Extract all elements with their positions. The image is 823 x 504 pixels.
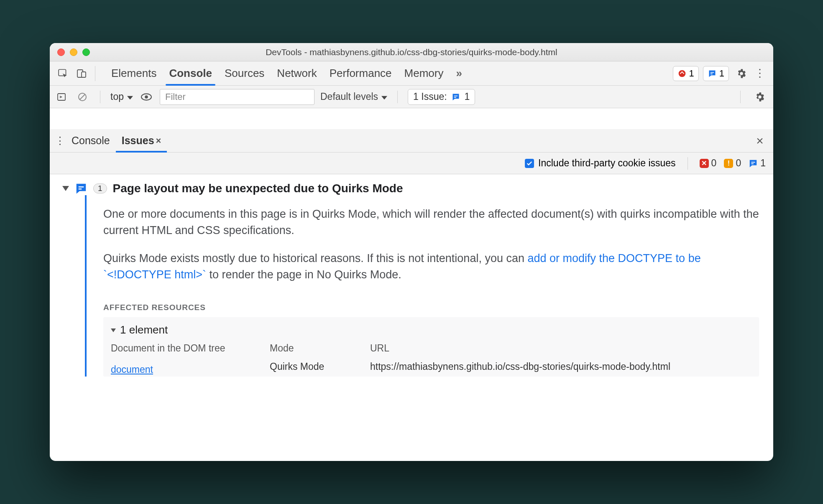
chevron-down-icon — [127, 91, 133, 102]
issue-pill-count: 1 — [465, 91, 470, 102]
svg-rect-18 — [79, 188, 82, 190]
settings-icon[interactable] — [732, 64, 751, 83]
drawer-more-icon[interactable]: ⋮ — [54, 132, 66, 150]
svg-rect-16 — [751, 163, 754, 164]
col-url-header: URL — [370, 342, 751, 355]
elements-group-label: 1 element — [120, 322, 168, 338]
improvements-counter[interactable]: 1 — [749, 158, 766, 169]
chevron-down-icon — [381, 91, 387, 102]
drawer-tab-console[interactable]: Console — [66, 129, 116, 152]
issue-paragraph: One or more documents in this page is in… — [103, 206, 759, 239]
third-party-cookies-label: Include third-party cookie issues — [538, 158, 676, 169]
drawer-header: ⋮ Console Issues × × — [50, 129, 773, 153]
document-link[interactable]: document — [111, 355, 266, 377]
svg-rect-2 — [82, 72, 86, 77]
log-levels-label: Default levels — [320, 91, 378, 102]
svg-point-12 — [145, 95, 148, 99]
issue-icon — [708, 69, 717, 78]
titlebar: DevTools - mathiasbynens.github.io/css-d… — [50, 43, 773, 61]
issue-icon — [451, 92, 460, 102]
svg-rect-17 — [79, 186, 84, 188]
clear-console-icon[interactable] — [75, 88, 90, 106]
col-document-header: Document in the DOM tree — [111, 342, 266, 355]
svg-rect-6 — [711, 72, 714, 73]
col-mode-header: Mode — [270, 342, 366, 355]
live-expression-icon[interactable] — [139, 88, 154, 106]
info-issue-icon — [749, 159, 758, 168]
tab-memory[interactable]: Memory — [404, 61, 444, 85]
issue-label: 1 Issue: — [413, 91, 447, 102]
svg-rect-13 — [454, 95, 457, 96]
svg-rect-15 — [751, 162, 755, 163]
page-errors-counter[interactable]: ✕ 0 — [700, 158, 717, 169]
inspect-element-icon[interactable] — [54, 64, 72, 83]
main-toolbar: Elements Console Sources Network Perform… — [50, 61, 773, 86]
svg-line-10 — [80, 94, 85, 99]
panel-tabs: Elements Console Sources Network Perform… — [111, 61, 462, 85]
checkbox-icon — [525, 159, 534, 168]
issues-toolbar: Include third-party cookie issues ✕ 0 ! … — [50, 153, 773, 174]
svg-rect-14 — [454, 97, 456, 98]
context-selector-value: top — [110, 91, 124, 102]
console-sidebar-icon[interactable] — [54, 88, 69, 106]
expand-caret-icon — [62, 186, 69, 191]
affected-resources-box: 1 element Document in the DOM tree Mode … — [103, 317, 759, 377]
error-count: 1 — [689, 68, 694, 79]
window-title: DevTools - mathiasbynens.github.io/css-d… — [50, 47, 773, 57]
issue-pill[interactable]: 1 Issue: 1 — [408, 89, 475, 105]
issues-panel: 1 Page layout may be unexpected due to Q… — [50, 174, 773, 461]
filter-input[interactable]: Filter — [160, 89, 314, 105]
issue-counter[interactable]: 1 — [703, 66, 729, 81]
error-counter[interactable]: 1 — [673, 66, 699, 81]
tab-network[interactable]: Network — [277, 61, 317, 85]
tab-console[interactable]: Console — [169, 61, 212, 85]
tab-sources[interactable]: Sources — [225, 61, 264, 85]
svg-rect-7 — [711, 74, 713, 74]
tab-elements[interactable]: Elements — [111, 61, 156, 85]
minimize-window-button[interactable] — [70, 48, 77, 56]
issue-paragraph: Quirks Mode exists mostly due to histori… — [103, 250, 759, 283]
svg-point-3 — [678, 70, 685, 77]
breaking-changes-counter[interactable]: ! 0 — [724, 158, 741, 169]
issue-header-row[interactable]: 1 Page layout may be unexpected due to Q… — [62, 182, 759, 195]
error-icon — [677, 69, 687, 78]
issue-title: Page layout may be unexpected due to Qui… — [113, 182, 403, 195]
drawer-tab-issues[interactable]: Issues × — [116, 129, 167, 152]
elements-group[interactable]: 1 element — [111, 321, 751, 339]
close-window-button[interactable] — [57, 48, 65, 56]
issue-description: One or more documents in this page is in… — [85, 195, 759, 377]
device-mode-icon[interactable] — [72, 64, 91, 83]
third-party-cookies-checkbox[interactable]: Include third-party cookie issues — [525, 158, 676, 169]
tabs-overflow-icon[interactable]: » — [456, 61, 462, 85]
page-errors-icon: ✕ — [700, 159, 709, 168]
close-tab-icon[interactable]: × — [156, 135, 161, 146]
expand-caret-icon — [111, 328, 116, 332]
traffic-lights — [57, 48, 90, 56]
devtools-window: DevTools - mathiasbynens.github.io/css-d… — [50, 43, 773, 461]
log-levels-selector[interactable]: Default levels — [320, 91, 387, 102]
warning-icon: ! — [724, 159, 733, 168]
close-drawer-icon[interactable]: × — [751, 132, 769, 150]
zoom-window-button[interactable] — [82, 48, 90, 56]
more-menu-icon[interactable]: ⋮ — [751, 64, 769, 83]
context-selector[interactable]: top — [110, 91, 133, 102]
issue-kind-icon — [75, 182, 87, 195]
issue-count: 1 — [719, 68, 724, 79]
issue-instance-count: 1 — [93, 183, 107, 193]
console-toolbar: top Filter Default levels 1 Issue: 1 — [50, 86, 773, 108]
filter-placeholder: Filter — [165, 92, 186, 102]
tab-performance[interactable]: Performance — [330, 61, 392, 85]
affected-resources-heading: AFFECTED RESOURCES — [103, 302, 759, 313]
console-settings-icon[interactable] — [751, 88, 769, 106]
mode-cell: Quirks Mode — [270, 355, 366, 377]
url-cell: https://mathiasbynens.github.io/css-dbg-… — [370, 355, 751, 377]
